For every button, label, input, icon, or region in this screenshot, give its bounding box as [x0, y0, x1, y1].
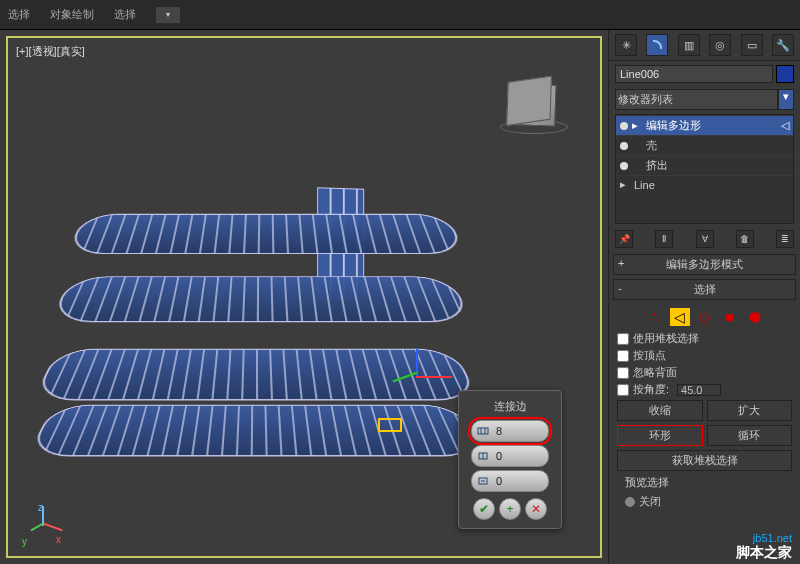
menu-object-paint[interactable]: 对象绘制: [50, 7, 94, 22]
stack-edit-poly[interactable]: ▸ 编辑多边形 ◁: [616, 115, 793, 135]
slide-spinner[interactable]: 0: [471, 470, 549, 492]
use-stack-selection-check[interactable]: [617, 333, 629, 345]
viewport-label[interactable]: [+][透视][真实]: [16, 44, 85, 59]
make-unique-icon[interactable]: ∀: [696, 230, 714, 248]
rollout-selection[interactable]: - 选择: [613, 279, 796, 300]
show-end-result-icon[interactable]: Ⅱ: [655, 230, 673, 248]
model-geometry: [36, 198, 486, 488]
rollout-edit-poly-mode[interactable]: + 编辑多边形模式: [613, 254, 796, 275]
modify-panel-icon[interactable]: [646, 34, 668, 56]
caddy-title: 连接边: [471, 399, 549, 414]
caddy-apply-button[interactable]: +: [499, 498, 521, 520]
pinch-value: 0: [490, 450, 544, 462]
stack-line[interactable]: ▸ Line: [616, 175, 793, 193]
modifier-list-dropdown[interactable]: ▾: [778, 89, 794, 110]
object-name-input[interactable]: [615, 65, 773, 83]
by-angle-value[interactable]: [677, 384, 721, 396]
pin-stack-icon[interactable]: 📌: [615, 230, 633, 248]
subobject-arrow-icon: ◁: [781, 119, 789, 132]
watermark: jb51.net 脚本之家: [736, 532, 792, 562]
stack-item-label: 编辑多边形: [646, 118, 701, 133]
pinch-icon: [476, 449, 490, 463]
menu-selection[interactable]: 选择: [114, 7, 136, 22]
by-vertex-label: 按顶点: [633, 348, 666, 363]
bulb-icon[interactable]: [620, 162, 628, 170]
connect-edges-caddy: 连接边 8 0 0 ✔ + ✕: [458, 390, 562, 529]
subobj-polygon-icon[interactable]: ■: [720, 308, 740, 326]
slide-value: 0: [490, 475, 544, 487]
svg-rect-0: [478, 428, 488, 434]
subobj-element-icon[interactable]: ⬢: [745, 308, 765, 326]
pinch-spinner[interactable]: 0: [471, 445, 549, 467]
world-axis-tripod: z x y: [28, 506, 68, 546]
ring-button[interactable]: 环形: [617, 425, 703, 446]
shrink-button[interactable]: 收缩: [617, 400, 703, 421]
stack-extrude[interactable]: 挤出: [616, 155, 793, 175]
segments-spinner[interactable]: 8: [471, 420, 549, 442]
get-stack-selection-button[interactable]: 获取堆栈选择: [617, 450, 792, 471]
grow-button[interactable]: 扩大: [707, 400, 793, 421]
subobj-vertex-icon[interactable]: ∴: [645, 308, 665, 326]
modifier-list-label: 修改器列表: [615, 89, 778, 110]
modifier-stack[interactable]: ▸ 编辑多边形 ◁ 壳 挤出 ▸ Line: [615, 114, 794, 224]
caddy-cancel-button[interactable]: ✕: [525, 498, 547, 520]
segments-value: 8: [490, 425, 544, 437]
stack-item-label: 挤出: [646, 158, 668, 173]
preview-selection-label: 预览选择: [625, 475, 669, 490]
subobj-edge-icon[interactable]: ◁: [670, 308, 690, 326]
top-menu-bar: 选择 对象绘制 选择: [0, 0, 800, 30]
by-angle-label: 按角度:: [633, 382, 669, 397]
perspective-viewport[interactable]: [+][透视][真实] 连接边 8: [6, 36, 602, 558]
stack-item-label: Line: [634, 179, 655, 191]
menu-select[interactable]: 选择: [8, 7, 30, 22]
by-angle-check[interactable]: [617, 384, 629, 396]
stack-item-label: 壳: [646, 138, 657, 153]
caddy-ok-button[interactable]: ✔: [473, 498, 495, 520]
motion-panel-icon[interactable]: ◎: [709, 34, 731, 56]
selection-marquee: [378, 418, 402, 432]
bulb-icon[interactable]: [620, 122, 628, 130]
ignore-backfacing-label: 忽略背面: [633, 365, 677, 380]
command-panel: ✳ ▥ ◎ ▭ 🔧 修改器列表 ▾ ▸ 编辑多边形 ◁ 壳: [608, 30, 800, 564]
utilities-panel-icon[interactable]: 🔧: [772, 34, 794, 56]
bulb-icon[interactable]: [620, 142, 628, 150]
preview-off-label: 关闭: [639, 494, 661, 509]
loop-button[interactable]: 循环: [707, 425, 793, 446]
segments-icon: [476, 424, 490, 438]
object-color-swatch[interactable]: [776, 65, 794, 83]
display-panel-icon[interactable]: ▭: [741, 34, 763, 56]
view-cube[interactable]: [500, 78, 570, 148]
expand-icon[interactable]: ▸: [632, 119, 642, 132]
configure-sets-icon[interactable]: ≣: [776, 230, 794, 248]
preview-off-radio[interactable]: [625, 497, 635, 507]
ignore-backfacing-check[interactable]: [617, 367, 629, 379]
transform-gizmo[interactable]: [388, 348, 448, 408]
by-vertex-check[interactable]: [617, 350, 629, 362]
slide-icon: [476, 474, 490, 488]
subobj-border-icon[interactable]: ◇: [695, 308, 715, 326]
remove-modifier-icon[interactable]: 🗑: [736, 230, 754, 248]
create-panel-icon[interactable]: ✳: [615, 34, 637, 56]
stack-shell[interactable]: 壳: [616, 135, 793, 155]
use-stack-selection-label: 使用堆栈选择: [633, 331, 699, 346]
expand-icon[interactable]: ▸: [620, 178, 630, 191]
hierarchy-panel-icon[interactable]: ▥: [678, 34, 700, 56]
toolbar-dropdown[interactable]: [156, 7, 180, 23]
